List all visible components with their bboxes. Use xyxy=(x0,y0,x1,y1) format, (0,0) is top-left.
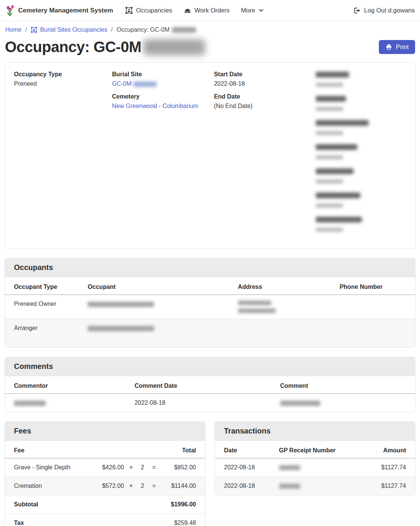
redacted-field xyxy=(316,216,406,233)
field-start-date: Start Date 2022-08-18 xyxy=(214,71,316,87)
comments-card-title: Comments xyxy=(5,357,415,376)
redacted-commentor xyxy=(14,401,46,406)
col-address: Address xyxy=(238,277,340,295)
breadcrumb: Home / Burial Sites Occupancies / Occupa… xyxy=(0,21,420,35)
app-title: Cemetery Management System xyxy=(18,7,113,14)
field-burial-site: Burial Site GC-0M xyxy=(112,71,214,87)
fee-total-cell: $1144.00 xyxy=(161,477,205,495)
detail-col-2: Burial Site GC-0M Cemetery New Greenwood… xyxy=(112,71,214,116)
transaction-row: 2022-08-18 $1127.74 xyxy=(215,477,415,495)
transactions-card-title: Transactions xyxy=(215,422,415,441)
tax-label: Tax xyxy=(5,514,93,526)
occupant-name-cell xyxy=(88,319,238,348)
redacted-field xyxy=(316,95,406,112)
redacted-field-label xyxy=(316,120,369,126)
occupancy-type-label: Occupancy Type xyxy=(14,71,112,78)
transaction-amount-cell: $1127.74 xyxy=(361,458,415,477)
occupant-phone-cell xyxy=(340,295,415,319)
redacted-field-label xyxy=(316,96,346,102)
fees-tax-row: Tax $259.48 xyxy=(5,514,205,526)
redacted-receipt-number xyxy=(279,465,300,470)
comments-table: Commentor Comment Date Comment 2022-08-1… xyxy=(5,376,415,412)
redacted-burial-site-id xyxy=(133,82,157,87)
fees-subtotal-row: Subtotal $1996.00 xyxy=(5,495,205,514)
redacted-field-label xyxy=(316,72,349,77)
logout-icon xyxy=(353,7,361,14)
occupant-row: Preneed Owner xyxy=(5,295,415,319)
app-brand[interactable]: Cemetery Management System xyxy=(5,4,113,17)
fees-header-row: Fee Total xyxy=(5,441,205,458)
occupant-address-cell xyxy=(238,319,340,348)
nav-item-more[interactable]: More xyxy=(241,7,264,14)
field-end-date: End Date (No End Date) xyxy=(214,93,316,110)
fee-row: Grave - Single Depth $426.00 × 2 = $852.… xyxy=(5,458,205,477)
fee-price-cell: $426.00 xyxy=(93,458,127,477)
breadcrumb-current-label: Occupancy: GC-0M xyxy=(116,26,169,33)
tax-value: $259.48 xyxy=(93,514,205,526)
fee-price-cell: $572.00 xyxy=(93,477,127,495)
fee-qty-cell: 2 xyxy=(138,477,150,495)
col-date: Date xyxy=(215,441,279,458)
print-button-label: Print xyxy=(396,43,409,51)
redacted-field-value xyxy=(316,179,343,184)
tulip-logo-icon xyxy=(5,4,15,17)
redacted-field xyxy=(316,143,406,160)
burial-site-link[interactable]: GC-0M xyxy=(112,80,157,87)
occupancy-frame-icon xyxy=(125,6,133,14)
occupants-header-row: Occupant Type Occupant Address Phone Num… xyxy=(5,277,415,295)
redacted-occupant-name xyxy=(88,302,154,307)
commentor-cell xyxy=(5,394,134,412)
col-amount: Amount xyxy=(361,441,415,458)
occupants-card: Occupants Occupant Type Occupant Address… xyxy=(5,258,415,348)
fee-times-cell: × xyxy=(127,458,138,477)
transactions-card: Transactions Date GP Receipt Number Amou… xyxy=(215,421,415,495)
nav-item-occupancies[interactable]: Occupancies xyxy=(125,6,172,14)
redacted-address-line xyxy=(238,309,276,313)
comments-card: Comments Commentor Comment Date Comment … xyxy=(5,357,415,412)
fee-name-cell: Grave - Single Depth xyxy=(5,458,93,477)
printer-icon xyxy=(385,43,392,51)
detail-col-1: Occupancy Type Preneed xyxy=(14,71,112,93)
transactions-table: Date GP Receipt Number Amount 2022-08-18… xyxy=(215,441,415,495)
cemetery-link[interactable]: New Greenwood - Columbarium xyxy=(112,103,199,109)
burial-site-label: Burial Site xyxy=(112,71,214,78)
end-date-label: End Date xyxy=(214,93,316,100)
nav-item-work-orders[interactable]: Work Orders xyxy=(184,6,230,14)
detail-col-redacted xyxy=(316,71,406,240)
start-date-value: 2022-08-18 xyxy=(214,80,316,87)
detail-col-3: Start Date 2022-08-18 End Date (No End D… xyxy=(214,71,316,116)
top-navbar: Cemetery Management System Occupancies xyxy=(0,0,420,21)
print-button[interactable]: Print xyxy=(379,40,415,54)
transaction-receipt-cell xyxy=(279,477,361,495)
occupant-phone-cell xyxy=(340,319,415,348)
breadcrumb-separator: / xyxy=(25,26,27,33)
transaction-receipt-cell xyxy=(279,458,361,477)
breadcrumb-occupancies-link[interactable]: Burial Sites Occupancies xyxy=(31,26,107,33)
transaction-date-cell: 2022-08-18 xyxy=(215,477,279,495)
logout-button[interactable]: Log Out d.gowans xyxy=(353,7,415,14)
fees-card-title: Fees xyxy=(5,422,205,441)
col-phone-number: Phone Number xyxy=(340,277,415,295)
fee-total-cell: $852.00 xyxy=(161,458,205,477)
page-title: Occupancy: GC-0M xyxy=(5,39,205,56)
breadcrumb-home-link[interactable]: Home xyxy=(5,26,22,33)
occupant-row: Arranger xyxy=(5,319,415,348)
chevron-down-icon xyxy=(258,8,264,13)
fee-qty-cell: 2 xyxy=(138,458,150,477)
fee-row: Cremation $572.00 × 2 = $1144.00 xyxy=(5,477,205,495)
occupant-type-cell: Arranger xyxy=(5,319,88,348)
redacted-comment xyxy=(280,401,320,406)
redacted-field xyxy=(316,192,406,209)
redacted-title-id xyxy=(144,39,205,55)
field-occupancy-type: Occupancy Type Preneed xyxy=(14,71,112,87)
occupants-table: Occupant Type Occupant Address Phone Num… xyxy=(5,277,415,347)
redacted-field-label xyxy=(316,193,360,198)
occupancy-frame-icon xyxy=(31,26,37,33)
col-comment-date: Comment Date xyxy=(134,376,280,394)
transaction-row: 2022-08-18 $1127.74 xyxy=(215,458,415,477)
transaction-date-cell: 2022-08-18 xyxy=(215,458,279,477)
redacted-field-label xyxy=(316,217,362,222)
comment-cell xyxy=(280,394,415,412)
redacted-field-value xyxy=(316,83,343,87)
redacted-field-value xyxy=(316,228,343,232)
